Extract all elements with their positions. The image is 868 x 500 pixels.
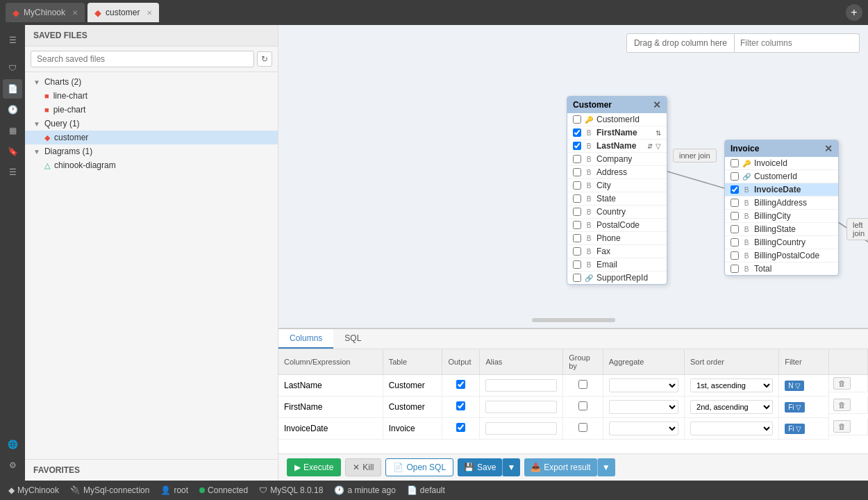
nav-history-icon[interactable]: 🕐 [3, 100, 22, 119]
cb-groupby-invoicedate[interactable] [578, 423, 587, 432]
string-icon-phone: B [584, 235, 594, 242]
delete-lastname[interactable]: 🗑 [833, 377, 851, 390]
cb-inv-total[interactable] [731, 265, 739, 273]
ref-icon-inv-customerid: 🔗 [742, 173, 751, 181]
cb-inv-billingpostalcode[interactable] [731, 251, 739, 260]
linechart-label: line-chart [53, 91, 87, 101]
tab-mychinook[interactable]: ◆ MyChinook ✕ [6, 3, 85, 22]
execute-icon: ▶ [294, 462, 301, 472]
cb-phone[interactable] [573, 234, 581, 242]
sidebar-item-chinook-diagram[interactable]: △ chinook-diagram [25, 158, 278, 172]
filter-btn-firstname[interactable]: Fi ▽ [785, 402, 805, 412]
sidebar-group-diagrams[interactable]: ▼ Diagrams (1) [25, 144, 278, 158]
cb-groupby-firstname[interactable] [578, 401, 587, 410]
cb-inv-customerid[interactable] [731, 172, 739, 181]
cb-lastname[interactable] [573, 142, 581, 150]
refresh-button[interactable]: ↻ [257, 51, 272, 67]
invoice-table-close[interactable]: ✕ [824, 144, 833, 153]
cb-inv-invoicedate[interactable] [731, 185, 739, 194]
customer-col-country: B Country [567, 206, 667, 219]
delete-firstname[interactable]: 🗑 [833, 399, 851, 411]
cb-state[interactable] [573, 194, 581, 203]
cb-customerid[interactable] [573, 115, 581, 124]
cb-address[interactable] [573, 168, 581, 176]
invoice-table-header[interactable]: Invoice ✕ [725, 140, 838, 157]
date-icon-invoicedate: B [742, 186, 751, 194]
status-schema: 📄 default [407, 485, 445, 495]
tab-customer[interactable]: ◆ customer ✕ [87, 3, 159, 22]
cb-fax[interactable] [573, 247, 581, 256]
filter-btn-invoicedate[interactable]: Fi ▽ [785, 424, 805, 434]
alias-input-firstname[interactable] [485, 401, 557, 413]
cb-output-invoicedate[interactable] [456, 423, 465, 432]
aggregate-select-firstname[interactable] [609, 400, 678, 414]
nav-settings-icon[interactable]: ⚙ [3, 456, 22, 475]
export-dropdown-button[interactable]: ▼ [597, 458, 615, 476]
customer-table-header[interactable]: Customer ✕ [567, 97, 667, 113]
horizontal-scrollbar[interactable] [532, 318, 615, 322]
sidebar-item-customer[interactable]: ◆ customer [25, 131, 278, 144]
cell-column-invoicedate: InvoiceDate [278, 418, 383, 440]
cb-postalcode[interactable] [573, 221, 581, 229]
delete-invoicedate[interactable]: 🗑 [833, 420, 851, 433]
cb-company[interactable] [573, 155, 581, 163]
aggregate-select-invoicedate[interactable] [609, 422, 678, 435]
cell-aggregate-lastname [603, 375, 684, 397]
tab-close-customer[interactable]: ✕ [147, 9, 152, 17]
kill-button[interactable]: ✕ Kill [345, 458, 381, 476]
cb-firstname[interactable] [573, 128, 581, 137]
filter-icon-lastname: ▽ [656, 142, 661, 150]
aggregate-select-lastname[interactable] [609, 378, 678, 392]
cb-country[interactable] [573, 208, 581, 216]
cb-output-lastname[interactable] [456, 380, 465, 389]
tab-close-mychinook[interactable]: ✕ [72, 9, 78, 17]
nav-database-icon[interactable]: 🛡 [3, 58, 22, 78]
cb-inv-billingstate[interactable] [731, 225, 739, 233]
save-button[interactable]: 💾 Save [458, 458, 502, 476]
db-version-label: MySQL 8.0.18 [270, 485, 323, 495]
add-tab-button[interactable]: + [846, 4, 862, 21]
inner-join-label: inner join [673, 149, 717, 162]
col-customerid: CustomerId [596, 115, 661, 124]
cb-supportrepid[interactable] [573, 274, 581, 282]
customer-table-close[interactable]: ✕ [653, 100, 661, 110]
nav-bookmark-icon[interactable]: 🔖 [3, 142, 22, 161]
cb-inv-invoiceid[interactable] [731, 159, 739, 167]
nav-table-icon[interactable]: ▦ [3, 121, 22, 140]
sidebar-item-linechart[interactable]: ■ line-chart [25, 89, 278, 103]
query-group-label: Query (1) [44, 119, 80, 128]
export-result-button[interactable]: 📥 Export result [524, 458, 596, 476]
nav-query-icon[interactable]: 📄 [3, 79, 22, 99]
tab-columns[interactable]: Columns [278, 329, 333, 349]
cb-email[interactable] [573, 260, 581, 269]
col-email: Email [596, 260, 661, 269]
nav-layers-icon[interactable]: ☰ [3, 162, 22, 182]
cb-inv-billingcity[interactable] [731, 212, 739, 220]
save-dropdown-button[interactable]: ▼ [502, 458, 520, 476]
alias-input-lastname[interactable] [485, 379, 557, 392]
nav-connections-icon[interactable]: 🌐 [3, 435, 22, 454]
cb-output-firstname[interactable] [456, 401, 465, 410]
execute-button[interactable]: ▶ Execute [287, 458, 341, 476]
sort-select-lastname[interactable]: 1st, ascending [690, 378, 773, 392]
filter-btn-lastname[interactable]: N ▽ [785, 381, 804, 391]
key-icon-customerid: 🔑 [584, 116, 594, 124]
cb-inv-billingcountry[interactable] [731, 238, 739, 247]
sidebar-group-query[interactable]: ▼ Query (1) [25, 117, 278, 131]
cb-groupby-lastname[interactable] [578, 380, 587, 389]
search-input[interactable] [31, 51, 254, 67]
alias-input-invoicedate[interactable] [485, 422, 557, 435]
tab-sql[interactable]: SQL [333, 329, 372, 349]
nav-menu-icon[interactable]: ☰ [3, 31, 22, 50]
filter-columns-input[interactable] [735, 33, 860, 53]
sidebar-item-piechart[interactable]: ■ pie-chart [25, 103, 278, 117]
cb-city[interactable] [573, 181, 581, 190]
status-time: 🕐 a minute ago [334, 485, 395, 495]
open-sql-button[interactable]: 📄 Open SQL [385, 458, 453, 476]
sort-select-firstname[interactable]: 2nd, ascending [690, 400, 773, 414]
sidebar-group-charts[interactable]: ▼ Charts (2) [25, 75, 278, 89]
sort-select-invoicedate[interactable] [690, 422, 773, 435]
customer-col-fax: B Fax [567, 245, 667, 258]
cb-inv-billingaddress[interactable] [731, 199, 739, 207]
kill-label: Kill [362, 462, 374, 472]
